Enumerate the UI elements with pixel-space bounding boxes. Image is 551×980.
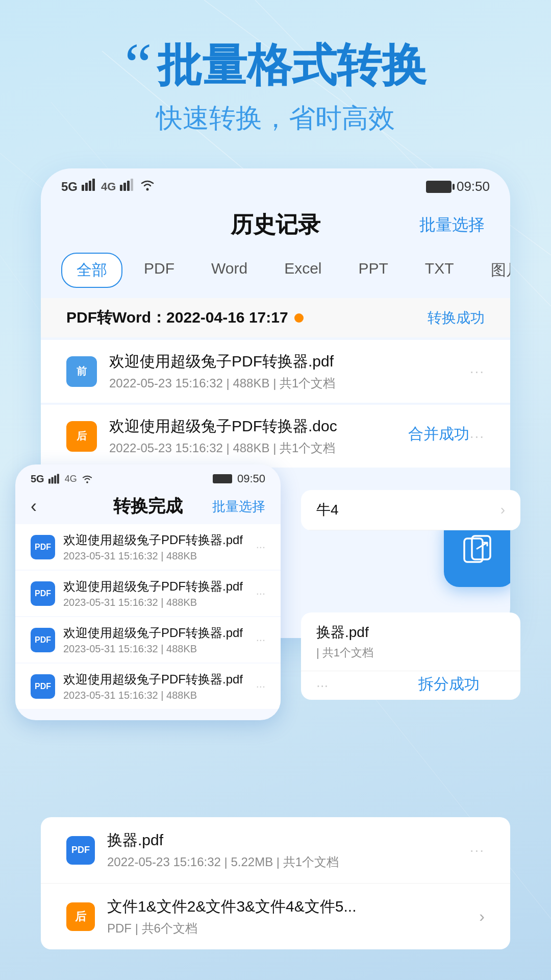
sec-pdf-badge-3: PDF bbox=[31, 628, 55, 652]
wifi-icon bbox=[139, 179, 156, 194]
split-more-dots[interactable]: ··· bbox=[316, 677, 328, 694]
secondary-phone: 5G 4G 09:50 ‹ 转换完成 批量选择 PDF 欢迎使用超级兔子PDF转… bbox=[15, 464, 281, 720]
sec-pdf-badge-1: PDF bbox=[31, 535, 55, 559]
more-options-before[interactable]: ··· bbox=[470, 363, 485, 380]
sec-pdf-badge-2: PDF bbox=[31, 581, 55, 606]
tab-ppt[interactable]: PPT bbox=[343, 253, 404, 288]
svg-rect-13 bbox=[127, 181, 130, 191]
status-left: 5G 4G bbox=[61, 179, 156, 194]
bottom-file-meta-1: 2022-05-23 15:16:32 | 5.22MB | 共1个文档 bbox=[107, 854, 458, 870]
split-file-meta: | 共1个文档 bbox=[316, 645, 505, 660]
conversion-status: 转换成功 bbox=[428, 308, 485, 328]
svg-rect-10 bbox=[92, 179, 95, 191]
badge-after: 后 bbox=[66, 421, 97, 452]
sec-file-3[interactable]: PDF 欢迎使用超级兔子PDF转换器.pdf 2023-05-31 15:16:… bbox=[15, 617, 281, 663]
bottom-file-meta-2: PDF | 共6个文档 bbox=[107, 920, 467, 937]
header-title: 批量格式转换 bbox=[157, 41, 427, 90]
bottom-badge-2: 后 bbox=[66, 902, 95, 931]
tab-excel[interactable]: Excel bbox=[269, 253, 337, 288]
svg-rect-11 bbox=[120, 185, 122, 191]
bottom-chevron-2[interactable]: › bbox=[479, 907, 485, 926]
sec-file-4[interactable]: PDF 欢迎使用超级兔子PDF转换器.pdf 2023-05-31 15:16:… bbox=[15, 664, 281, 709]
split-file-name: 换器.pdf bbox=[316, 623, 505, 642]
bottom-file-info-2: 文件1&文件2&文件3&文件4&文件5... PDF | 共6个文档 bbox=[107, 896, 467, 937]
secondary-status-bar: 5G 4G 09:50 bbox=[15, 464, 281, 489]
svg-rect-21 bbox=[57, 474, 59, 483]
bottom-file-2[interactable]: 后 文件1&文件2&文件3&文件4&文件5... PDF | 共6个文档 › bbox=[41, 884, 510, 949]
sec-file-name-2: 欢迎使用超级兔子PDF转换器.pdf bbox=[63, 578, 248, 595]
file-meta-after: 2022-05-23 15:16:32 | 488KB | 共1个文档 bbox=[109, 440, 458, 456]
sec-file-info-2: 欢迎使用超级兔子PDF转换器.pdf 2023-05-31 15:16:32 |… bbox=[63, 578, 248, 608]
quote-mark: “ bbox=[124, 41, 152, 90]
bottom-section: PDF 换器.pdf 2022-05-23 15:16:32 | 5.22MB … bbox=[41, 817, 510, 949]
sec-batch-btn[interactable]: 批量选择 bbox=[212, 498, 265, 516]
more-options-after[interactable]: ··· bbox=[470, 428, 485, 445]
merge-success-label: 合并成功 bbox=[408, 424, 469, 445]
svg-rect-19 bbox=[51, 477, 53, 484]
section-header: PDF转Word：2022-04-16 17:17 转换成功 bbox=[41, 298, 510, 337]
sec-file-meta-2: 2023-05-31 15:16:32 | 488KB bbox=[63, 597, 248, 608]
bottom-badge-1: PDF bbox=[66, 836, 95, 865]
app-header: 历史记录 批量选择 bbox=[41, 200, 510, 248]
tab-word[interactable]: Word bbox=[196, 253, 263, 288]
sec-file-info-4: 欢迎使用超级兔子PDF转换器.pdf 2023-05-31 15:16:32 |… bbox=[63, 671, 248, 701]
sec-more-3[interactable]: ··· bbox=[256, 633, 265, 647]
batch-select-button[interactable]: 批量选择 bbox=[419, 214, 485, 236]
sec-time: 09:50 bbox=[237, 472, 265, 485]
sec-file-info-3: 欢迎使用超级兔子PDF转换器.pdf 2023-05-31 15:16:32 |… bbox=[63, 625, 248, 655]
filter-tabs: 全部 PDF Word Excel PPT TXT 图片 bbox=[41, 248, 510, 298]
signal-icon bbox=[82, 179, 97, 194]
sec-file-2[interactable]: PDF 欢迎使用超级兔子PDF转换器.pdf 2023-05-31 15:16:… bbox=[15, 571, 281, 616]
file-name-after: 欢迎使用超级兔子PDF转换器.doc bbox=[109, 416, 458, 437]
merge-card-item[interactable]: 牛4 › bbox=[301, 490, 520, 530]
tab-all[interactable]: 全部 bbox=[61, 253, 122, 288]
svg-rect-9 bbox=[89, 181, 91, 191]
svg-rect-12 bbox=[123, 183, 126, 191]
sec-file-meta-4: 2023-05-31 15:16:32 | 488KB bbox=[63, 690, 248, 701]
status-bar: 5G 4G 09:50 bbox=[41, 168, 510, 200]
app-title: 历史记录 bbox=[231, 210, 320, 240]
file-meta-before: 2022-05-23 15:16:32 | 488KB | 共1个文档 bbox=[109, 375, 458, 391]
bottom-file-info-1: 换器.pdf 2022-05-23 15:16:32 | 5.22MB | 共1… bbox=[107, 830, 458, 870]
sec-file-1[interactable]: PDF 欢迎使用超级兔子PDF转换器.pdf 2023-05-31 15:16:… bbox=[15, 524, 281, 570]
battery-icon bbox=[426, 181, 452, 193]
sec-file-meta-1: 2023-05-31 15:16:32 | 488KB bbox=[63, 550, 248, 562]
tab-pdf[interactable]: PDF bbox=[129, 253, 190, 288]
tab-txt[interactable]: TXT bbox=[410, 253, 469, 288]
file-info-before: 欢迎使用超级兔子PDF转换器.pdf 2022-05-23 15:16:32 |… bbox=[109, 351, 458, 391]
sec-more-4[interactable]: ··· bbox=[256, 680, 265, 693]
header-subtitle: 快速转换，省时高效 bbox=[31, 101, 520, 136]
file-info-after: 欢迎使用超级兔子PDF转换器.doc 2022-05-23 15:16:32 |… bbox=[109, 416, 458, 456]
file-item-before[interactable]: 前 欢迎使用超级兔子PDF转换器.pdf 2022-05-23 15:16:32… bbox=[41, 340, 510, 403]
merge-card: 牛4 › bbox=[301, 490, 520, 530]
new-dot bbox=[294, 313, 304, 323]
bottom-file-1[interactable]: PDF 换器.pdf 2022-05-23 15:16:32 | 5.22MB … bbox=[41, 817, 510, 884]
tab-image[interactable]: 图片 bbox=[475, 253, 510, 288]
sec-more-1[interactable]: ··· bbox=[256, 541, 265, 554]
split-card-more[interactable]: ··· bbox=[301, 671, 520, 700]
badge-before: 前 bbox=[66, 356, 97, 387]
section-title: PDF转Word：2022-04-16 17:17 bbox=[66, 307, 304, 328]
time-display: 09:50 bbox=[457, 179, 490, 194]
sec-app-title: 转换完成 bbox=[113, 495, 183, 518]
back-button[interactable]: ‹ bbox=[31, 496, 37, 517]
split-card: 换器.pdf | 共1个文档 ··· bbox=[301, 612, 520, 700]
bottom-file-name-1: 换器.pdf bbox=[107, 830, 458, 851]
svg-rect-7 bbox=[82, 185, 84, 191]
sec-file-name-3: 欢迎使用超级兔子PDF转换器.pdf bbox=[63, 625, 248, 641]
sec-more-2[interactable]: ··· bbox=[256, 587, 265, 600]
bottom-more-1[interactable]: ··· bbox=[470, 842, 485, 859]
sec-file-info-1: 欢迎使用超级兔子PDF转换器.pdf 2023-05-31 15:16:32 |… bbox=[63, 532, 248, 562]
signal-5g: 5G bbox=[61, 180, 78, 194]
split-card-item[interactable]: 换器.pdf | 共1个文档 bbox=[301, 612, 520, 671]
chevron-right-icon: › bbox=[500, 502, 505, 518]
sec-file-name-4: 欢迎使用超级兔子PDF转换器.pdf bbox=[63, 671, 248, 688]
signal-4g: 4G bbox=[101, 180, 116, 193]
sec-app-header: ‹ 转换完成 批量选择 bbox=[15, 489, 281, 523]
svg-point-22 bbox=[86, 481, 88, 483]
sec-pdf-badge-4: PDF bbox=[31, 674, 55, 699]
sec-file-name-1: 欢迎使用超级兔子PDF转换器.pdf bbox=[63, 532, 248, 548]
status-right: 09:50 bbox=[426, 179, 490, 194]
sec-signal-5g: 5G bbox=[31, 473, 44, 485]
signal-4g-icon bbox=[120, 179, 135, 194]
